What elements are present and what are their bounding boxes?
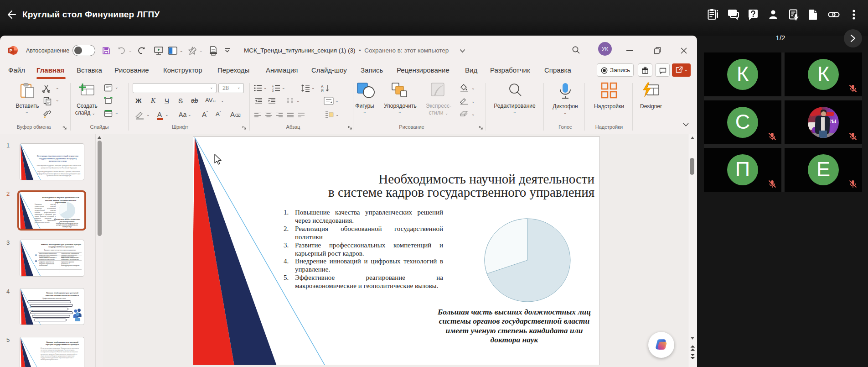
svg-text:P: P (10, 48, 13, 53)
svg-text:А: А (321, 84, 324, 89)
svg-text:3: 3 (272, 89, 274, 92)
svg-text:Я: Я (321, 89, 324, 92)
